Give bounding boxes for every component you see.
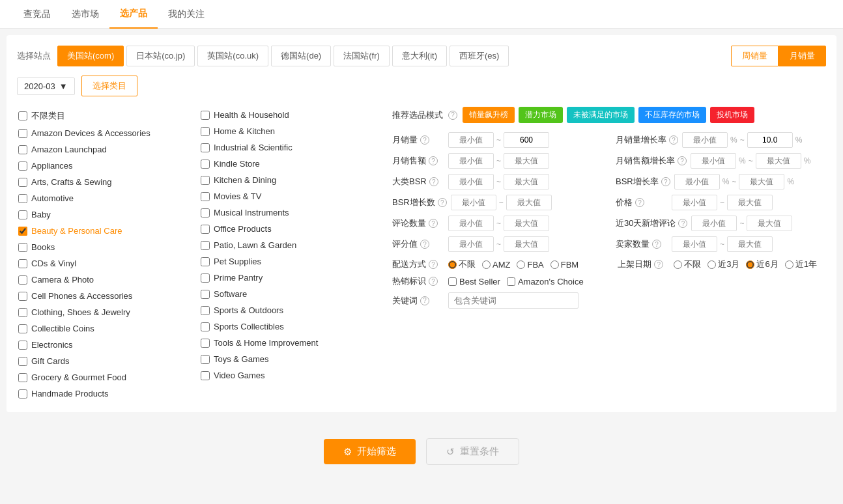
category-checkbox[interactable] [201,355,210,364]
category-item[interactable]: Handmade Products [17,385,199,402]
filter-max-input[interactable] [739,174,784,189]
recommend-tag[interactable]: 未被满足的市场 [567,107,635,123]
category-checkbox[interactable] [18,324,27,333]
shipping-radio[interactable] [517,260,525,269]
site-btn[interactable]: 德国站(de) [271,46,331,66]
filter-help-icon[interactable]: ? [429,156,438,165]
listing-date-option[interactable]: 近1年 [785,259,817,270]
category-item[interactable]: Gift Cards [17,353,199,369]
listing-date-radio[interactable] [707,260,716,269]
filter-help-icon[interactable]: ? [420,240,429,249]
keyword-input[interactable] [448,292,579,309]
category-checkbox[interactable] [18,111,27,120]
category-checkbox[interactable] [18,308,27,317]
category-item[interactable]: Electronics [17,337,199,353]
category-item[interactable]: Amazon Devices & Accessories [17,125,199,141]
category-item[interactable]: Movies & TV [199,188,382,204]
listing-date-radio[interactable] [785,260,793,269]
category-checkbox[interactable] [201,339,210,348]
shipping-option[interactable]: AMZ [482,260,510,270]
shipping-option[interactable]: FBA [517,260,543,270]
category-checkbox[interactable] [201,290,210,299]
category-item[interactable]: Appliances [17,158,199,174]
shipping-help-icon[interactable]: ? [429,260,438,269]
category-checkbox[interactable] [201,225,210,234]
hot-tag-option[interactable]: Best Seller [448,277,500,287]
category-item[interactable]: Prime Pantry [199,270,382,286]
category-item[interactable]: Automotive [17,190,199,206]
period-btn[interactable]: 月销量 [779,46,826,66]
category-checkbox[interactable] [18,243,27,252]
category-checkbox[interactable] [18,341,27,350]
shipping-radio[interactable] [550,260,559,269]
hot-tag-help-icon[interactable]: ? [429,277,438,286]
period-btn[interactable]: 周销量 [731,46,779,66]
filter-min-input[interactable] [672,236,717,252]
category-item[interactable]: Sports & Outdoors [199,302,382,318]
site-btn[interactable]: 意大利(it) [392,46,447,66]
filter-max-input[interactable] [747,132,793,148]
filter-min-input[interactable] [691,216,737,231]
category-checkbox[interactable] [201,127,210,136]
filter-min-input[interactable] [682,132,728,148]
site-btn[interactable]: 西班牙(es) [450,46,509,66]
category-checkbox[interactable] [201,192,210,201]
category-checkbox[interactable] [18,194,27,203]
filter-help-icon[interactable]: ? [429,177,438,186]
recommend-tag[interactable]: 投机市场 [710,107,754,123]
recommend-tag[interactable]: 潜力市场 [519,107,563,123]
filter-min-input[interactable] [451,195,496,210]
category-checkbox[interactable] [18,161,27,171]
shipping-option[interactable]: 不限 [448,259,476,270]
category-item[interactable]: Health & Household [199,107,382,123]
listing-date-radio[interactable] [746,260,754,269]
filter-max-input[interactable] [504,174,549,189]
category-item[interactable]: Musical Instruments [199,204,382,221]
recommend-tag[interactable]: 销量飙升榜 [463,107,515,123]
category-checkbox[interactable] [18,178,27,187]
category-checkbox[interactable] [201,160,210,169]
category-checkbox[interactable] [201,371,210,380]
category-checkbox[interactable] [201,208,210,217]
category-checkbox[interactable] [201,322,210,331]
filter-max-input[interactable] [727,195,773,210]
filter-max-input[interactable] [504,132,549,148]
shipping-radio[interactable] [448,260,457,269]
category-item[interactable]: 不限类目 [17,107,199,125]
category-item[interactable]: Cell Phones & Accessories [17,288,199,304]
category-item[interactable]: Books [17,239,199,255]
filter-min-input[interactable] [448,174,494,189]
category-item[interactable]: Sports Collectibles [199,318,382,335]
category-item[interactable]: Office Products [199,221,382,237]
reset-btn[interactable]: ↺ 重置条件 [426,438,519,465]
category-checkbox[interactable] [18,259,27,268]
filter-help-icon[interactable]: ? [635,198,644,207]
category-item[interactable]: Collectible Coins [17,320,199,337]
category-checkbox[interactable] [18,373,27,382]
filter-max-input[interactable] [504,216,549,231]
filter-help-icon[interactable]: ? [652,240,661,249]
category-item[interactable]: Baby [17,206,199,223]
top-nav-item[interactable]: 查竞品 [13,1,61,28]
category-checkbox[interactable] [18,227,27,236]
date-select[interactable]: 2020-03 ▼ [17,77,75,95]
category-item[interactable]: Software [199,286,382,302]
filter-help-icon[interactable]: ? [678,219,687,228]
listing-date-option[interactable]: 近3月 [707,259,739,270]
category-item[interactable]: Amazon Launchpad [17,141,199,158]
filter-max-input[interactable] [756,153,801,169]
recommend-tag[interactable]: 不压库存的市场 [638,107,706,123]
category-item[interactable]: Tools & Home Improvement [199,335,382,351]
filter-help-icon[interactable]: ? [429,219,438,228]
site-btn[interactable]: 法国站(fr) [334,46,390,66]
category-checkbox[interactable] [201,257,210,266]
category-item[interactable]: Toys & Games [199,351,382,367]
filter-min-input[interactable] [674,174,720,189]
category-item[interactable]: Grocery & Gourmet Food [17,369,199,385]
filter-max-input[interactable] [747,216,792,231]
category-btn[interactable]: 选择类目 [81,76,137,96]
category-checkbox[interactable] [18,357,27,366]
hot-tag-checkbox[interactable] [507,277,515,286]
category-checkbox[interactable] [18,389,27,399]
filter-min-input[interactable] [672,195,717,210]
